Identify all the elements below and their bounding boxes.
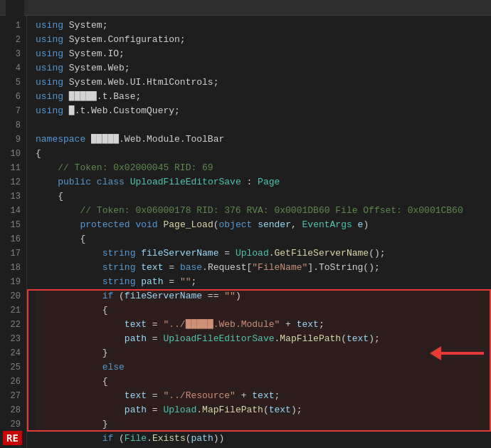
line-number: 29 xyxy=(3,417,21,432)
code-line xyxy=(36,118,491,132)
code-line: using █████.t.Base; xyxy=(36,90,491,104)
code-line: text = "../Resource" + text; xyxy=(36,389,491,403)
code-line: } xyxy=(36,417,491,432)
code-line: string path = ""; xyxy=(36,275,491,289)
line-number: 19 xyxy=(3,275,21,289)
code-line: if (fileServerName == "") xyxy=(36,289,491,303)
line-number: 2 xyxy=(3,33,21,47)
code-line: } xyxy=(36,346,491,360)
code-line: protected void Page_Load(object sender, … xyxy=(36,218,491,232)
editor-tab[interactable] xyxy=(6,0,24,16)
code-line: using █.t.Web.CustomQuery; xyxy=(36,104,491,118)
line-number: 6 xyxy=(3,90,21,104)
code-panel[interactable]: using System;using System.Configuration;… xyxy=(27,16,491,448)
code-line: using System.Configuration; xyxy=(36,33,491,47)
line-number: 10 xyxy=(3,147,21,161)
line-number: 26 xyxy=(3,375,21,389)
line-number: 4 xyxy=(3,61,21,75)
code-line: { xyxy=(36,147,491,161)
code-line: using System; xyxy=(36,19,491,33)
line-number: 8 xyxy=(3,118,21,132)
line-number: 3 xyxy=(3,47,21,61)
code-line: using System.IO; xyxy=(36,47,491,61)
line-number: 23 xyxy=(3,332,21,346)
line-number: 17 xyxy=(3,246,21,261)
line-number: 5 xyxy=(3,75,21,90)
code-line: string fileServerName = Upload.GetFileSe… xyxy=(36,246,491,261)
code-line: { xyxy=(36,232,491,246)
code-line: { xyxy=(36,375,491,389)
title-bar xyxy=(0,0,491,16)
code-line: if (File.Exists(path)) xyxy=(36,432,491,446)
line-number: 11 xyxy=(3,161,21,175)
line-number: 13 xyxy=(3,189,21,204)
line-number: 30 xyxy=(3,432,21,446)
code-line: path = UploadFileEditorSave.MapFilePath(… xyxy=(36,332,491,346)
code-line: using System.Web; xyxy=(36,61,491,75)
code-line: // Token: 0x06000178 RID: 376 RVA: 0x000… xyxy=(36,204,491,218)
line-number: 27 xyxy=(3,389,21,403)
line-number: 21 xyxy=(3,303,21,318)
line-number: 18 xyxy=(3,261,21,275)
code-line: using System.Web.UI.HtmlControls; xyxy=(36,75,491,90)
line-number: 16 xyxy=(3,232,21,246)
code-line: { xyxy=(36,303,491,318)
code-line: { xyxy=(36,189,491,204)
code-line: namespace █████.Web.Module.ToolBar xyxy=(36,132,491,147)
line-number: 15 xyxy=(3,218,21,232)
code-line: else xyxy=(36,360,491,375)
line-number: 28 xyxy=(3,403,21,417)
code-line: string text = base.Request["FileName"].T… xyxy=(36,261,491,275)
line-number: 14 xyxy=(3,204,21,218)
line-number: 7 xyxy=(3,104,21,118)
line-numbers-panel: 1234567891011121314151617181920212223242… xyxy=(0,16,27,448)
editor-area: 1234567891011121314151617181920212223242… xyxy=(0,16,491,448)
code-line: public class UploadFileEditorSave : Page xyxy=(36,175,491,189)
code-line: path = Upload.MapFilePath(text); xyxy=(36,403,491,417)
line-number: 20 xyxy=(3,289,21,303)
line-number: 1 xyxy=(3,19,21,33)
line-number: 22 xyxy=(3,318,21,332)
code-line: // Token: 0x02000045 RID: 69 xyxy=(36,161,491,175)
line-number: 25 xyxy=(3,360,21,375)
code-line: text = "../█████.Web.Module" + text; xyxy=(36,318,491,332)
line-number: 12 xyxy=(3,175,21,189)
line-number: 9 xyxy=(3,132,21,147)
line-number: 24 xyxy=(3,346,21,360)
